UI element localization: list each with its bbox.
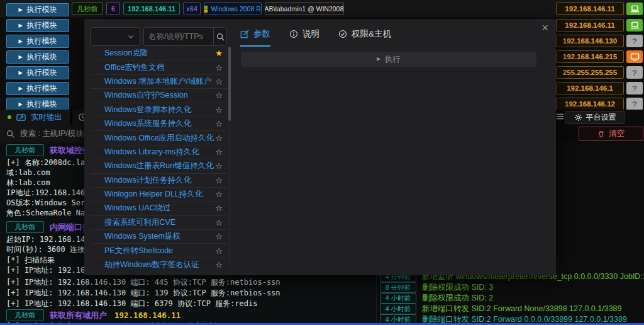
- host-screen-button[interactable]: [626, 50, 643, 63]
- log-time-badge: 几秒前: [6, 144, 44, 156]
- close-icon[interactable]: ×: [541, 21, 548, 35]
- check-circle-icon: [338, 30, 347, 38]
- host-ip-label: 192.168.146.130: [556, 35, 624, 47]
- star-icon[interactable]: ☆: [215, 64, 223, 72]
- notification-row: 8 分钟前删除权限成功 SID: 3: [380, 282, 493, 293]
- module-list-item[interactable]: Windows System提权☆: [91, 230, 228, 244]
- question-icon: ?: [632, 37, 637, 46]
- star-icon[interactable]: ☆: [215, 77, 223, 86]
- module-list-item[interactable]: 劫持Windows数字签名认证☆: [91, 258, 228, 269]
- execute-module-button[interactable]: ▶执行模块: [6, 35, 69, 48]
- star-icon[interactable]: ☆: [215, 261, 223, 269]
- host-unknown-button[interactable]: ?: [626, 35, 643, 47]
- module-list-item[interactable]: Windows登录脚本持久化☆: [91, 103, 228, 117]
- search-icon: [6, 130, 14, 138]
- execute-module-button[interactable]: ▶执行模块: [6, 19, 69, 32]
- session-os-badge: Windows 2008 R2: [204, 3, 262, 15]
- session-arch-badge: x64: [183, 3, 201, 15]
- host-online-button[interactable]: [626, 19, 643, 31]
- trash-icon: [597, 130, 605, 138]
- module-list-item[interactable]: Windows Office应用启动持久化☆: [91, 131, 228, 145]
- run-module-button[interactable]: ▶执行: [241, 52, 536, 67]
- star-icon[interactable]: ☆: [215, 232, 223, 241]
- host-ip-label: 192.168.146.11: [556, 19, 624, 31]
- execute-module-button[interactable]: ▶执行模块: [6, 3, 69, 16]
- host-unknown-button[interactable]: ?: [626, 66, 643, 79]
- tab-live-output[interactable]: 实时输出: [0, 110, 72, 125]
- star-icon[interactable]: ☆: [215, 247, 223, 255]
- module-dialog: × 参数 说明 权限&主机 ▶执行 Session克隆★ Of: [84, 19, 556, 275]
- session-ip-badge: 192.168.146.11: [123, 3, 180, 15]
- star-icon[interactable]: ★: [215, 49, 223, 57]
- log-time-badge: 几秒前: [6, 221, 44, 233]
- session-time-badge: 几秒前: [72, 3, 103, 15]
- tab-permissions-hosts[interactable]: 权限&主机: [338, 25, 391, 43]
- execute-module-button[interactable]: ▶执行模块: [6, 98, 69, 111]
- scrollbar-thumb[interactable]: [228, 47, 231, 121]
- play-icon: ▶: [18, 39, 22, 44]
- module-search-input[interactable]: [144, 28, 213, 45]
- module-list-scrollbar[interactable]: [228, 47, 231, 269]
- module-category-select[interactable]: [90, 27, 140, 46]
- log-line: [+] IP地址: 192.168.146.130 端口: 139 协议:TCP…: [6, 288, 280, 299]
- tab-description[interactable]: 说明: [289, 25, 319, 43]
- tab-live-output-label: 实时输出: [31, 112, 62, 123]
- module-list-item[interactable]: Windows计划任务持久化☆: [91, 174, 228, 188]
- notification-time-badge: 4 小时前: [380, 293, 416, 304]
- execute-module-button[interactable]: ▶执行模块: [6, 82, 69, 95]
- star-icon[interactable]: ☆: [215, 162, 223, 170]
- module-list-item[interactable]: Windows UAC绕过☆: [91, 202, 228, 215]
- star-icon[interactable]: ☆: [215, 204, 223, 212]
- module-list-item[interactable]: Windows注册表Run键值持久化☆: [91, 159, 228, 173]
- play-icon: ▶: [18, 23, 22, 28]
- notification-panel: 4 分钟前新增监听 windows/meterpreter/reverse_tc…: [376, 268, 644, 324]
- tab-params[interactable]: 参数: [240, 25, 270, 43]
- module-list-item[interactable]: Windows系统服务持久化☆: [91, 117, 228, 131]
- notification-row: 4 小时前新增端口转发 SID:2 Forward None/33898 127…: [380, 304, 622, 314]
- module-list-item[interactable]: Windows Library-ms持久化☆: [91, 145, 228, 159]
- online-dot-icon: [8, 115, 11, 119]
- host-unknown-button[interactable]: ?: [626, 82, 643, 94]
- module-list-item[interactable]: Windows 增加本地账户/域账户☆: [91, 75, 228, 89]
- module-search-box: [143, 27, 227, 46]
- star-icon[interactable]: ☆: [215, 120, 223, 128]
- live-output-icon: [16, 113, 26, 122]
- star-icon[interactable]: ☆: [215, 106, 223, 114]
- notification-row: 4 小时前删除权限成功 SID: 2: [380, 293, 493, 304]
- module-list-item[interactable]: Session克隆★: [91, 47, 228, 60]
- platform-settings-button[interactable]: 平台设置: [565, 111, 625, 124]
- star-icon[interactable]: ☆: [215, 134, 223, 142]
- log-line: [*] 扫描结果: [6, 255, 55, 266]
- execute-module-button[interactable]: ▶执行模块: [6, 66, 69, 79]
- star-icon[interactable]: ☆: [215, 219, 223, 227]
- notification-time-badge: 8 分钟前: [380, 282, 416, 293]
- search-icon[interactable]: [213, 28, 226, 45]
- notification-time-badge: 4 小时前: [380, 304, 416, 314]
- star-icon[interactable]: ☆: [215, 190, 223, 198]
- execute-module-button[interactable]: ▶执行模块: [6, 50, 69, 64]
- laptop-icon: [630, 5, 640, 13]
- star-icon[interactable]: ☆: [215, 91, 223, 100]
- module-list-item[interactable]: PE文件转Shellcode☆: [91, 244, 228, 258]
- module-list-item[interactable]: 搜索系统可利用CVE☆: [91, 216, 228, 230]
- module-list: Session克隆★ Office宏钓鱼文档☆ Windows 增加本地账户/域…: [91, 47, 228, 269]
- log-entry: 几秒前获取所有域用户192.168.146.11: [6, 309, 180, 321]
- host-online-button[interactable]: [626, 3, 643, 15]
- log-line: [+] IP地址: 192.168.146.130 端口: 445 协议:TCP…: [6, 277, 280, 288]
- log-line: 域:lab.com: [6, 168, 50, 178]
- log-module-link[interactable]: 获取所有域用户: [50, 310, 107, 321]
- play-icon: ▶: [18, 86, 22, 91]
- module-list-item[interactable]: Winlogon Helper DLL持久化☆: [91, 188, 228, 202]
- clear-button[interactable]: 清空: [579, 127, 643, 141]
- star-icon[interactable]: ☆: [215, 176, 223, 185]
- module-list-item[interactable]: Office宏钓鱼文档☆: [91, 60, 228, 74]
- menu-lines-icon[interactable]: [556, 112, 564, 121]
- star-icon[interactable]: ☆: [215, 148, 223, 156]
- log-line: [+] IP地址: 192.168.146.130 端口: 6379 协议:TC…: [6, 299, 257, 309]
- gear-icon: [574, 113, 582, 122]
- log-target-ip: 192.168.146.11: [114, 311, 180, 320]
- play-icon: ▶: [18, 55, 22, 60]
- host-unknown-button[interactable]: ?: [626, 98, 643, 110]
- module-list-item[interactable]: Windows自守护Session☆: [91, 89, 228, 103]
- play-icon: ▶: [18, 8, 22, 13]
